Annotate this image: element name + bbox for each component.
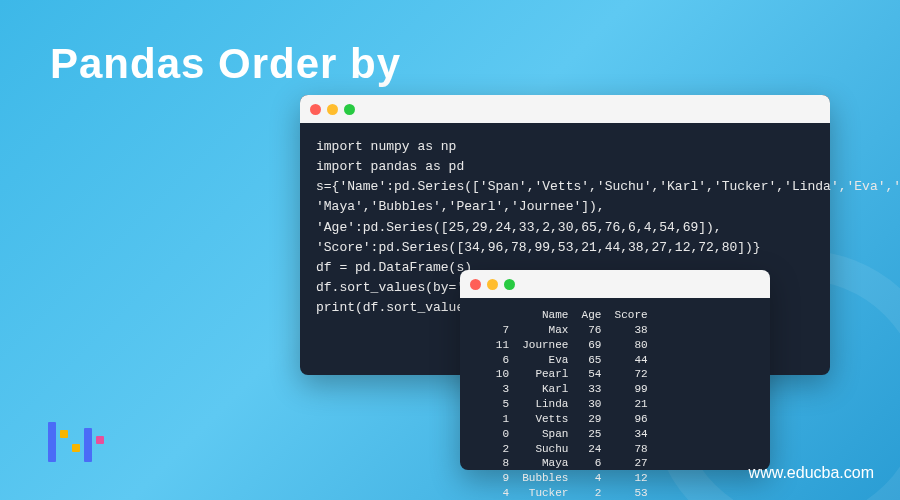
logo-bar-icon — [48, 422, 56, 462]
maximize-icon — [344, 104, 355, 115]
logo-bar-icon — [72, 444, 80, 452]
minimize-icon — [487, 279, 498, 290]
logo-bar-icon — [96, 436, 104, 444]
window-titlebar — [300, 95, 830, 123]
output-window: Name Age Score 7 Max 76 38 11 Journee 69… — [460, 270, 770, 470]
site-url: www.educba.com — [749, 464, 874, 482]
window-titlebar — [460, 270, 770, 298]
page-title: Pandas Order by — [50, 40, 401, 88]
close-icon — [470, 279, 481, 290]
maximize-icon — [504, 279, 515, 290]
minimize-icon — [327, 104, 338, 115]
output-table: Name Age Score 7 Max 76 38 11 Journee 69… — [460, 298, 770, 500]
brand-logo — [48, 412, 104, 462]
close-icon — [310, 104, 321, 115]
logo-bar-icon — [84, 428, 92, 462]
logo-bar-icon — [60, 430, 68, 438]
